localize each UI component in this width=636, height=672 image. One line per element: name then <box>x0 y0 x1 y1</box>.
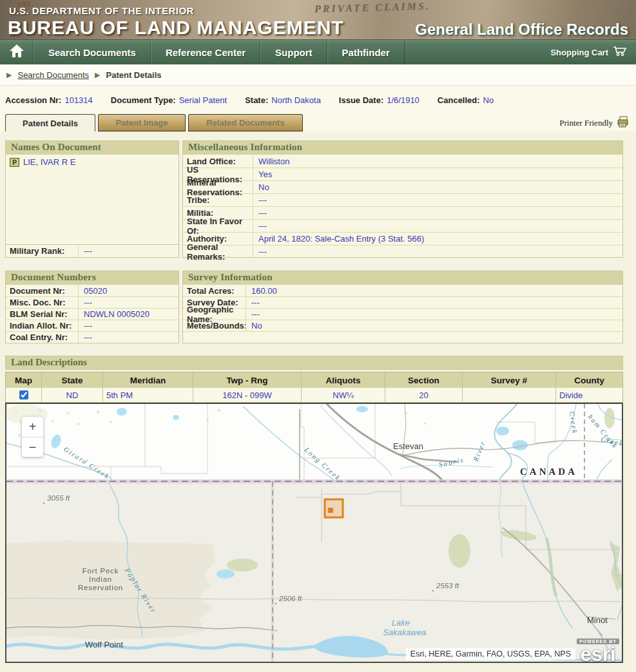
shopping-cart-button[interactable]: Shopping Cart <box>550 40 636 64</box>
docnum-row: BLM Serial Nr:NDWLN 0005020 <box>6 308 178 320</box>
docnum-row-label: Document Nr: <box>6 286 78 296</box>
map-label-minot: Minot <box>587 615 608 625</box>
main-nav: Search Documents Reference Center Suppor… <box>0 40 636 64</box>
survey-row: Survey Date:--- <box>183 296 622 308</box>
issue-date-label: Issue Date: <box>339 95 383 105</box>
zoom-out-button[interactable]: − <box>22 437 43 457</box>
col-state: State <box>41 372 102 388</box>
zoom-in-button[interactable]: + <box>22 417 43 437</box>
docnum-row-label: Indian Allot. Nr: <box>6 321 78 331</box>
cell-meridian: 5th PM <box>102 388 193 402</box>
land-table-header: Map State Meridian Twp - Rng Aliquots Se… <box>6 372 622 388</box>
survey-row-value: 160.00 <box>246 285 622 296</box>
breadcrumb-current: Patent Details <box>106 70 162 80</box>
map-label-lake-1: Lake <box>392 618 410 628</box>
cell-county: Divide <box>555 388 622 402</box>
printer-friendly-button[interactable]: Printer Friendly <box>559 114 636 131</box>
misc-row-label: General Remarks: <box>183 242 253 262</box>
patentee-name-link[interactable]: LIE, IVAR R E <box>23 157 75 167</box>
parcel-section-marker <box>328 508 333 513</box>
doctype-value: Serial Patent <box>179 95 227 105</box>
map-zoom-control: + − <box>22 417 43 457</box>
breadcrumb: ▶ Search Documents ▶ Patent Details <box>0 64 636 86</box>
survey-row-value: --- <box>246 309 622 320</box>
military-rank-label: Military Rank: <box>6 246 78 256</box>
breadcrumb-search-documents[interactable]: Search Documents <box>17 70 89 80</box>
doctype-label: Document Type: <box>111 95 176 105</box>
col-aliquots: Aliquots <box>301 372 385 388</box>
docnum-row: Misc. Doc. Nr:--- <box>6 296 178 308</box>
cell-state: ND <box>41 388 102 402</box>
map-label-canada: CANADA <box>520 466 577 477</box>
docnum-row-value: --- <box>78 320 178 331</box>
map-attribution: Esri, HERE, Garmin, FAO, USGS, EPA, NPS <box>406 648 575 660</box>
col-county: County <box>555 372 622 388</box>
cancelled-value: No <box>483 95 494 105</box>
patent-summary-bar: Accession Nr:101314 Document Type:Serial… <box>0 86 636 114</box>
misc-row: Tribe:--- <box>183 193 622 206</box>
land-parcel-map[interactable]: Estevan CANADA Wolf Point Minot Fort Pec… <box>5 403 623 663</box>
map-label-estevan: Estevan <box>393 441 423 451</box>
names-on-document-panel: Names On Document P LIE, IVAR R E Milita… <box>5 140 179 258</box>
accession-value: 101314 <box>64 95 92 105</box>
docnum-row-value: NDWLN 0005020 <box>78 309 178 320</box>
misc-information-panel: Miscellaneous Information Land Office:Wi… <box>182 140 623 258</box>
land-descriptions-title: Land Descriptions <box>5 356 623 370</box>
patentee-entry: P LIE, IVAR R E <box>10 157 175 167</box>
docnum-row: Document Nr:05020 <box>6 285 178 296</box>
nav-reference-center[interactable]: Reference Center <box>151 40 260 64</box>
printer-icon <box>616 116 630 130</box>
survey-information-panel: Survey Information Total Acres:160.00 Su… <box>182 271 623 343</box>
col-meridian: Meridian <box>102 372 193 388</box>
home-button[interactable] <box>0 40 34 64</box>
nav-search-documents[interactable]: Search Documents <box>34 40 151 64</box>
survey-row-value: --- <box>246 297 622 308</box>
map-label-elev-2553: 2553 ft <box>436 582 459 590</box>
land-descriptions-panel: Land Descriptions Map State Meridian Twp… <box>5 356 623 403</box>
cancelled-label: Cancelled: <box>438 95 480 105</box>
esri-logo: POWERED BY esri <box>577 634 619 663</box>
survey-row: Geographic Name:--- <box>183 308 622 320</box>
map-label-elev-3055: 3055 ft <box>47 494 70 502</box>
map-checkbox[interactable] <box>19 390 28 399</box>
state-label: State: <box>245 95 268 105</box>
site-banner: 103 PRIVATE CLAIMS. U.S. DEPARTMENT OF T… <box>0 0 636 40</box>
tab-related-documents[interactable]: Related Documents <box>188 114 303 131</box>
misc-panel-title: Miscellaneous Information <box>183 141 622 155</box>
map-canvas: Estevan CANADA Wolf Point Minot Fort Pec… <box>6 404 622 662</box>
esri-wordmark: esri <box>577 646 619 663</box>
map-label-fort-peck-1: Fort Peck <box>82 567 119 575</box>
map-label-fort-peck-2: Indian <box>89 575 112 583</box>
docnum-panel-title: Document Numbers <box>6 271 178 285</box>
issue-date-value: 1/6/1910 <box>387 95 419 105</box>
bureau-title: BUREAU OF LAND MANAGEMENT <box>8 17 344 39</box>
land-table-row: ND 5th PM 162N - 099W NW¼ 20 Divide <box>6 388 622 402</box>
docnum-row-value: --- <box>78 297 178 308</box>
docnum-row: Indian Allot. Nr:--- <box>6 320 178 331</box>
map-label-lake-2: Sakakawea <box>383 628 426 637</box>
nav-support[interactable]: Support <box>260 40 327 64</box>
survey-row: Total Acres:160.00 <box>183 285 622 296</box>
tab-patent-image[interactable]: Patent Image <box>98 114 186 131</box>
page: 103 PRIVATE CLAIMS. U.S. DEPARTMENT OF T… <box>0 0 636 672</box>
docnum-row-value: --- <box>78 332 178 343</box>
parcel-highlight[interactable] <box>325 499 343 517</box>
tab-bar: Patent Details Patent Image Related Docu… <box>0 114 636 131</box>
docnum-row: Coal Entry. Nr:--- <box>6 331 178 343</box>
state-value: North Dakota <box>271 95 321 105</box>
survey-panel-title: Survey Information <box>183 271 622 285</box>
survey-row-empty <box>183 331 622 343</box>
misc-row-value: No <box>253 181 622 193</box>
misc-row-value: April 24, 1820: Sale-Cash Entry (3 Stat.… <box>253 233 622 245</box>
survey-row-value: No <box>246 320 622 331</box>
nav-pathfinder[interactable]: Pathfinder <box>327 40 405 64</box>
accession-label: Accession Nr: <box>5 95 61 105</box>
printer-friendly-label: Printer Friendly <box>559 118 613 128</box>
site-title: General Land Office Records <box>415 21 628 39</box>
document-numbers-panel: Document Numbers Document Nr:05020 Misc.… <box>5 271 179 343</box>
breadcrumb-arrow-icon: ▶ <box>95 72 100 79</box>
col-survey-nr: Survey # <box>462 372 555 388</box>
tab-patent-details[interactable]: Patent Details <box>5 114 95 131</box>
military-rank-row: Military Rank: --- <box>6 244 178 257</box>
misc-row-value: --- <box>253 220 622 232</box>
